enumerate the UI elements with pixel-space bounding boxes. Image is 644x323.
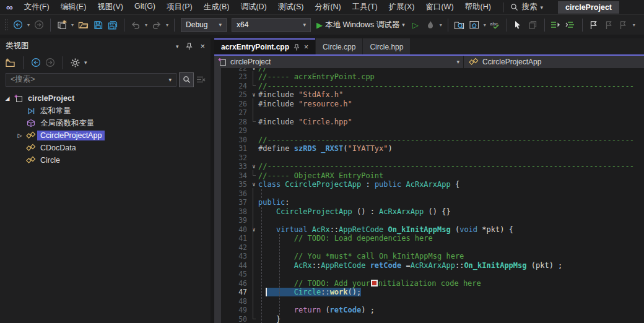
code-line-37[interactable]: 37public: xyxy=(214,198,644,207)
code-editor[interactable]: 22∨//23//----- acrxEntryPoint.cpp24//---… xyxy=(214,68,644,323)
open-file-button[interactable] xyxy=(76,17,90,33)
tab-acrxEntryPoint.cpp[interactable]: acrxEntryPoint.cpp× xyxy=(214,38,315,54)
pin-icon[interactable] xyxy=(186,43,193,50)
forward-button[interactable] xyxy=(45,58,55,67)
gear-icon[interactable] xyxy=(71,58,80,67)
code-line-33[interactable]: 33∨//-----------------------------------… xyxy=(214,162,644,171)
code-line-30[interactable]: 30//------------------------------------… xyxy=(214,136,644,145)
toolbar-separator xyxy=(174,19,175,32)
hot-reload-button[interactable] xyxy=(424,17,437,33)
code-line-35[interactable]: 35∨class CcircleProjectApp : public AcRx… xyxy=(214,180,644,189)
tree-item-宏和常量[interactable]: 宏和常量 xyxy=(0,105,211,117)
save-button[interactable] xyxy=(91,17,105,33)
code-line-38[interactable]: 38 CcircleProjectApp () : AcRxArxApp () … xyxy=(214,207,644,217)
menu-item-12[interactable]: 帮助(H) xyxy=(459,0,497,14)
format-selection-button[interactable] xyxy=(564,17,578,33)
code-line-27[interactable]: 27 xyxy=(214,108,644,118)
redo-dropdown[interactable]: ▾ xyxy=(165,22,170,28)
project-scope-dropdown[interactable]: circleProject ▾ xyxy=(214,56,463,68)
close-icon[interactable]: × xyxy=(200,41,205,51)
tree-item-Circle[interactable]: Circle xyxy=(0,154,211,166)
code-line-28[interactable]: 28#include "Circle.hpp" xyxy=(214,118,644,127)
code-line-31[interactable]: 31#define szRDS _RXST("IYATTyx") xyxy=(214,144,644,153)
format-document-button[interactable] xyxy=(549,17,563,33)
menu-item-7[interactable]: 测试(S) xyxy=(272,0,310,14)
toggle-bookmark-button[interactable] xyxy=(587,17,601,33)
code-line-40[interactable]: 40∨ virtual AcRx::AppRetCode On_kInitApp… xyxy=(214,225,644,235)
new-project-dropdown[interactable]: ▾ xyxy=(70,22,75,28)
tab-Circle.cpp[interactable]: Circle.cpp xyxy=(316,38,362,54)
undo-button[interactable] xyxy=(129,17,142,33)
redo-button[interactable] xyxy=(150,17,163,33)
new-folder-button[interactable] xyxy=(5,58,15,67)
previous-bookmark-button[interactable] xyxy=(602,17,616,33)
undo-dropdown[interactable]: ▾ xyxy=(144,22,149,28)
code-line-36[interactable]: 36 xyxy=(214,189,644,199)
menu-item-4[interactable]: 项目(P) xyxy=(161,0,198,14)
menu-item-8[interactable]: 分析(N) xyxy=(309,0,346,14)
find-in-files-button[interactable] xyxy=(453,17,466,33)
toolbar-grip[interactable] xyxy=(4,19,8,31)
menu-item-3[interactable]: Git(G) xyxy=(129,0,161,14)
tab-Circle.hpp[interactable]: Circle.hpp xyxy=(363,38,410,54)
menu-item-10[interactable]: 扩展(X) xyxy=(383,0,420,14)
start-debugging-button[interactable]: ▶ 本地 Windows 调试器 ▾ xyxy=(314,20,407,30)
code-text: //----- acrxEntryPoint.cpp xyxy=(258,72,375,82)
code-line-26[interactable]: 26#include "resource.h" xyxy=(214,100,644,109)
search-input[interactable]: <搜索> ▾ xyxy=(6,73,176,87)
window-position-dropdown[interactable]: ▾ xyxy=(176,43,179,50)
bookmark-dropdown[interactable]: ▾ xyxy=(632,22,637,28)
tab-label: acrxEntryPoint.cpp xyxy=(221,43,289,51)
navigate-back-dropdown[interactable]: ▾ xyxy=(26,22,31,28)
menu-item-11[interactable]: 窗口(W) xyxy=(420,0,459,14)
preview-window-dropdown[interactable]: ▾ xyxy=(482,22,487,28)
next-bookmark-button[interactable] xyxy=(617,17,630,33)
code-line-39[interactable]: 39 xyxy=(214,216,644,225)
tree-item-CDocData[interactable]: CDocData xyxy=(0,142,211,154)
new-project-button[interactable] xyxy=(55,17,69,33)
code-line-29[interactable]: 29 xyxy=(214,126,644,136)
project-badge[interactable]: circleProject xyxy=(558,1,619,14)
navigate-back-button[interactable] xyxy=(11,17,25,33)
tree-item-CcircleProjectApp[interactable]: ▷CcircleProjectApp xyxy=(0,129,211,142)
code-line-32[interactable]: 32 xyxy=(214,153,644,163)
solution-platform-combo[interactable]: x64 ▾ xyxy=(232,18,311,32)
hot-reload-dropdown[interactable]: ▾ xyxy=(438,22,443,28)
code-line-23[interactable]: 23//----- acrxEntryPoint.cpp xyxy=(214,72,644,82)
start-without-debugging-button[interactable]: ▷ xyxy=(409,17,422,33)
code-line-24[interactable]: 24//------------------------------------… xyxy=(214,82,644,91)
tree-expander[interactable]: ◢ xyxy=(2,95,12,101)
tree-item-circleProject[interactable]: ◢circleProject xyxy=(0,92,211,105)
tree-expander[interactable]: ▷ xyxy=(15,132,25,139)
duplicate-button[interactable] xyxy=(526,17,540,33)
vs-ide-window: ∞ 文件(F)编辑(E)视图(V)Git(G)项目(P)生成(B)调试(D)测试… xyxy=(0,0,644,323)
tree-item-全局函数和变量[interactable]: 全局函数和变量 xyxy=(0,117,211,129)
back-button[interactable] xyxy=(31,58,41,67)
solution-configuration-combo[interactable]: Debug ▾ xyxy=(181,18,227,32)
code-line-50[interactable]: 50 } xyxy=(214,315,644,323)
preview-window-button[interactable] xyxy=(468,17,481,33)
close-tab-icon[interactable]: × xyxy=(304,43,308,51)
menu-item-1[interactable]: 编辑(E) xyxy=(55,0,92,14)
code-line-34[interactable]: 34//----- ObjectARX EntryPoint xyxy=(214,171,644,181)
spell-check-button[interactable]: abc xyxy=(489,17,502,33)
search-go-button[interactable] xyxy=(179,72,194,87)
editor-group: acrxEntryPoint.cpp×Circle.cppCircle.hpp … xyxy=(214,38,644,323)
code-line-25[interactable]: 25∨#include "StdAfx.h" xyxy=(214,90,644,100)
type-scope-dropdown[interactable]: CcircleProjectApp xyxy=(464,58,546,66)
clear-search-icon[interactable] xyxy=(196,75,206,84)
select-mode-button[interactable] xyxy=(511,17,525,33)
menu-item-6[interactable]: 调试(D) xyxy=(235,0,272,14)
menu-item-2[interactable]: 视图(V) xyxy=(92,0,129,14)
navigate-forward-button[interactable] xyxy=(32,17,46,33)
menu-item-9[interactable]: 工具(T) xyxy=(347,0,383,14)
menu-item-5[interactable]: 生成(B) xyxy=(198,0,235,14)
gear-dropdown[interactable]: ▾ xyxy=(84,59,87,66)
code-line-22[interactable]: 22∨// xyxy=(214,68,644,72)
save-all-button[interactable] xyxy=(106,17,120,33)
menu-item-0[interactable]: 文件(F) xyxy=(19,0,55,14)
line-number: 30 xyxy=(221,136,247,145)
title-search-button[interactable]: 搜索 ▾ xyxy=(503,2,549,12)
macro-icon xyxy=(25,107,37,115)
pin-tab-icon[interactable] xyxy=(294,44,300,51)
